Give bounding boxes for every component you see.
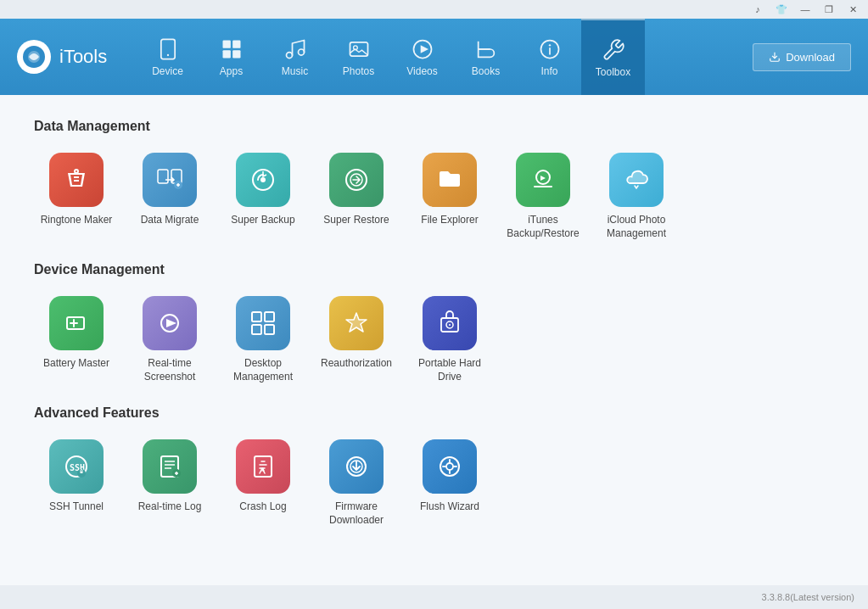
tool-icloud-photo[interactable]: iCloud Photo Management xyxy=(594,148,679,245)
minimize-button[interactable]: — xyxy=(793,0,817,19)
svg-marker-33 xyxy=(346,313,367,332)
data-migrate-label: Data Migrate xyxy=(141,214,199,227)
tool-crash-log[interactable]: Crash Log xyxy=(221,434,305,532)
svg-rect-5 xyxy=(232,40,240,47)
tool-itunes-backup[interactable]: iTunes Backup/Restore xyxy=(501,148,585,245)
tool-flush-wizard[interactable]: Flush Wizard xyxy=(407,434,492,532)
tool-realtime-screenshot[interactable]: Real-time Screenshot xyxy=(127,291,212,388)
svg-rect-18 xyxy=(158,170,168,183)
tool-reauthorization[interactable]: Reauthorization xyxy=(314,291,399,388)
icloud-photo-icon xyxy=(609,153,664,207)
nav-music[interactable]: Music xyxy=(263,19,327,95)
super-backup-label: Super Backup xyxy=(231,214,294,227)
reauthorization-label: Reauthorization xyxy=(321,357,392,371)
tool-super-backup[interactable]: Super Backup xyxy=(221,148,305,245)
nav-videos[interactable]: Videos xyxy=(390,19,454,95)
svg-rect-40 xyxy=(81,472,83,473)
nav-toolbox[interactable]: Toolbox xyxy=(581,19,645,95)
crash-log-icon xyxy=(236,439,290,494)
advanced-features-grid: SSH SSH Tunnel Real-time Log Crash Log xyxy=(34,434,834,532)
logo-area: iTools xyxy=(0,40,136,74)
header-right: Download xyxy=(736,43,868,71)
download-button[interactable]: Download xyxy=(753,43,851,71)
device-management-grid: Battery Master Real-time Screenshot Desk… xyxy=(34,291,834,388)
nav-items: Device Apps Music Photos Videos Books xyxy=(136,19,736,95)
svg-point-9 xyxy=(298,49,304,55)
tool-portable-hard-drive[interactable]: Portable Hard Drive xyxy=(407,291,492,388)
tool-ringtone-maker[interactable]: Ringtone Maker xyxy=(34,148,119,245)
svg-point-22 xyxy=(260,177,266,182)
battery-master-icon xyxy=(49,296,104,350)
svg-rect-31 xyxy=(252,325,261,334)
svg-rect-29 xyxy=(252,312,261,321)
nav-books[interactable]: Books xyxy=(454,19,518,95)
svg-rect-6 xyxy=(222,50,230,58)
battery-master-label: Battery Master xyxy=(43,357,109,371)
ringtone-maker-icon xyxy=(49,153,104,207)
restore-button[interactable]: ❐ xyxy=(817,0,841,19)
svg-rect-46 xyxy=(255,456,272,477)
title-bar: ♪ 👕 — ❐ ✕ xyxy=(0,0,868,19)
ringtone-maker-label: Ringtone Maker xyxy=(41,214,113,227)
tool-desktop-management[interactable]: Desktop Management xyxy=(221,291,305,388)
section-title-data: Data Management xyxy=(34,119,834,134)
realtime-screenshot-icon xyxy=(143,296,197,350)
tool-firmware-downloader[interactable]: Firmware Downloader xyxy=(314,434,399,532)
section-title-device: Device Management xyxy=(34,262,834,277)
svg-rect-10 xyxy=(350,42,367,55)
section-title-advanced: Advanced Features xyxy=(34,405,834,421)
nav-apps[interactable]: Apps xyxy=(199,19,263,95)
portable-hard-drive-icon xyxy=(423,296,477,350)
ssh-tunnel-label: SSH Tunnel xyxy=(49,500,104,514)
firmware-downloader-label: Firmware Downloader xyxy=(319,500,394,527)
desktop-management-icon xyxy=(236,296,290,350)
ssh-tunnel-icon: SSH xyxy=(49,439,104,494)
super-restore-label: Super Restore xyxy=(323,214,389,227)
svg-rect-4 xyxy=(222,40,230,47)
reauthorization-icon xyxy=(329,296,384,350)
nav-photos[interactable]: Photos xyxy=(327,19,390,95)
super-backup-icon xyxy=(236,153,290,207)
realtime-log-icon xyxy=(143,439,197,494)
music-title-btn[interactable]: ♪ xyxy=(746,0,770,19)
app-name: iTools xyxy=(59,46,107,68)
super-restore-icon xyxy=(329,153,384,207)
firmware-downloader-icon xyxy=(329,439,384,494)
itunes-backup-icon xyxy=(516,153,570,207)
tool-file-explorer[interactable]: File Explorer xyxy=(407,148,492,245)
flush-wizard-label: Flush Wizard xyxy=(420,500,479,514)
svg-rect-30 xyxy=(265,312,274,321)
main-content: Data Management Ringtone Maker Data Migr… xyxy=(0,95,868,585)
shirt-title-btn[interactable]: 👕 xyxy=(770,0,793,19)
status-bar: 3.3.8.8(Latest version) xyxy=(0,585,868,609)
section-device-management: Device Management Battery Master Real-ti… xyxy=(34,262,834,388)
svg-marker-13 xyxy=(420,45,428,53)
flush-wizard-icon xyxy=(423,439,477,494)
realtime-screenshot-label: Real-time Screenshot xyxy=(132,357,207,383)
icloud-photo-label: iCloud Photo Management xyxy=(599,214,674,240)
section-advanced-features: Advanced Features SSH SSH Tunnel Real-ti… xyxy=(34,405,834,532)
itunes-backup-label: iTunes Backup/Restore xyxy=(506,214,580,240)
tool-ssh-tunnel[interactable]: SSH SSH Tunnel xyxy=(34,434,119,532)
file-explorer-icon xyxy=(423,153,477,207)
version-label: 3.3.8.8(Latest version) xyxy=(762,592,854,602)
nav-info[interactable]: Info xyxy=(518,19,581,95)
section-data-management: Data Management Ringtone Maker Data Migr… xyxy=(34,119,834,245)
crash-log-label: Crash Log xyxy=(239,500,286,514)
realtime-log-label: Real-time Log xyxy=(138,500,202,514)
tool-realtime-log[interactable]: Real-time Log xyxy=(127,434,212,532)
svg-point-8 xyxy=(286,52,292,58)
svg-point-50 xyxy=(446,463,453,470)
data-migrate-icon xyxy=(143,153,197,207)
close-button[interactable]: ✕ xyxy=(841,0,865,19)
header: iTools Device Apps Music Photos Videos xyxy=(0,19,868,95)
tool-battery-master[interactable]: Battery Master xyxy=(34,291,119,388)
nav-device[interactable]: Device xyxy=(136,19,199,95)
data-management-grid: Ringtone Maker Data Migrate Super Backup… xyxy=(34,148,834,245)
svg-marker-28 xyxy=(166,319,176,327)
file-explorer-label: File Explorer xyxy=(421,214,478,227)
portable-hard-drive-label: Portable Hard Drive xyxy=(412,357,487,383)
svg-point-36 xyxy=(449,324,451,326)
tool-data-migrate[interactable]: Data Migrate xyxy=(127,148,212,245)
tool-super-restore[interactable]: Super Restore xyxy=(314,148,399,245)
